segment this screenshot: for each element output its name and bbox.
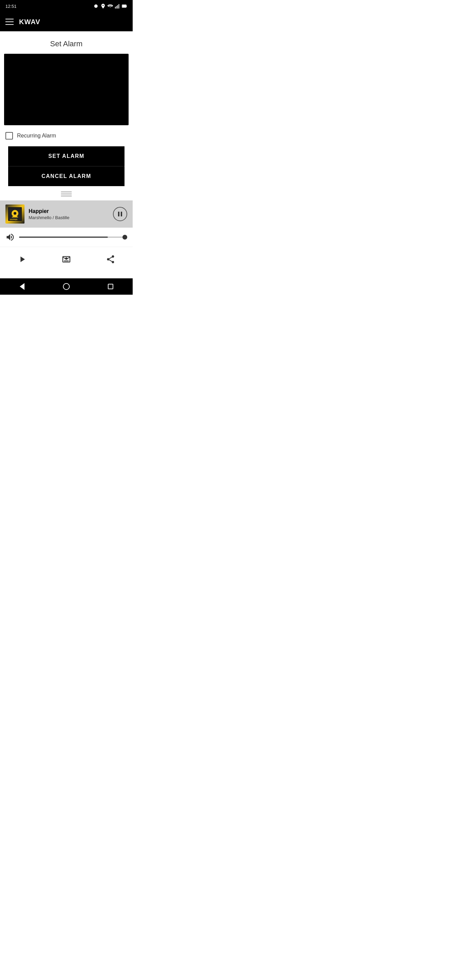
page-title: Set Alarm xyxy=(0,31,133,54)
recent-icon xyxy=(108,284,113,289)
album-art-image: HAPPIER xyxy=(5,205,24,224)
status-icons xyxy=(93,3,127,9)
track-info: HAPPIER Happier Marshmello / Bastille xyxy=(5,205,69,224)
drag-handle[interactable] xyxy=(0,186,133,200)
bottom-controls xyxy=(0,247,133,273)
svg-rect-3 xyxy=(118,5,118,8)
drag-line-3 xyxy=(61,196,72,196)
recent-button[interactable] xyxy=(102,281,119,292)
pause-bar-left xyxy=(118,212,119,216)
svg-point-13 xyxy=(65,257,68,259)
volume-track[interactable] xyxy=(19,237,127,238)
cancel-alarm-button[interactable]: CANCEL ALARM xyxy=(8,166,124,186)
location-icon xyxy=(100,3,106,9)
svg-rect-4 xyxy=(119,4,119,8)
hamburger-line-2 xyxy=(5,21,14,22)
recurring-alarm-checkbox[interactable] xyxy=(5,132,13,140)
share-button[interactable] xyxy=(102,251,119,267)
recurring-alarm-label: Recurring Alarm xyxy=(17,133,56,139)
album-art: HAPPIER xyxy=(5,205,24,224)
play-button[interactable] xyxy=(14,251,30,267)
video-player[interactable] xyxy=(4,54,129,125)
drag-line-2 xyxy=(61,194,72,194)
track-artist: Marshmello / Bastille xyxy=(29,215,69,220)
back-button[interactable] xyxy=(14,281,30,292)
volume-row xyxy=(0,228,133,247)
svg-rect-14 xyxy=(64,261,69,261)
pause-button[interactable] xyxy=(113,207,127,221)
svg-point-11 xyxy=(14,212,16,215)
contact-icon xyxy=(62,255,71,264)
menu-button[interactable] xyxy=(5,18,14,26)
home-button[interactable] xyxy=(58,281,75,292)
main-content: Set Alarm Recurring Alarm SET ALARM CANC… xyxy=(0,31,133,278)
status-time: 12:51 xyxy=(5,4,17,9)
svg-rect-7 xyxy=(122,5,126,7)
album-art-svg: HAPPIER xyxy=(8,207,22,221)
svg-rect-1 xyxy=(115,7,116,8)
volume-fill xyxy=(19,237,108,238)
set-alarm-button[interactable]: SET ALARM xyxy=(8,146,124,166)
recurring-alarm-row: Recurring Alarm xyxy=(0,125,133,145)
track-name: Happier xyxy=(29,208,69,215)
hamburger-line-1 xyxy=(5,19,14,19)
play-icon xyxy=(17,255,27,264)
status-bar: 12:51 xyxy=(0,0,133,12)
volume-icon xyxy=(5,232,15,242)
share-icon xyxy=(106,255,115,264)
svg-rect-6 xyxy=(126,6,127,7)
pause-icon xyxy=(118,212,122,216)
volume-thumb xyxy=(122,235,127,240)
back-icon xyxy=(20,283,24,290)
android-nav-bar xyxy=(0,278,133,295)
home-icon xyxy=(63,283,70,290)
svg-rect-2 xyxy=(116,6,117,9)
app-title: KWAV xyxy=(19,18,40,26)
app-header: KWAV xyxy=(0,12,133,31)
wifi-icon xyxy=(108,3,113,9)
signal-icon xyxy=(114,3,120,9)
battery-icon xyxy=(122,3,127,9)
svg-point-0 xyxy=(94,5,98,8)
hamburger-line-3 xyxy=(5,24,14,25)
svg-text:HAPPIER: HAPPIER xyxy=(10,218,18,221)
recording-icon xyxy=(93,3,99,9)
drag-line-1 xyxy=(61,192,72,192)
contact-button[interactable] xyxy=(58,251,75,267)
track-text: Happier Marshmello / Bastille xyxy=(29,208,69,220)
pause-bar-right xyxy=(121,212,122,216)
action-buttons: SET ALARM CANCEL ALARM xyxy=(8,146,124,186)
now-playing-bar: HAPPIER Happier Marshmello / Bastille xyxy=(0,200,133,228)
